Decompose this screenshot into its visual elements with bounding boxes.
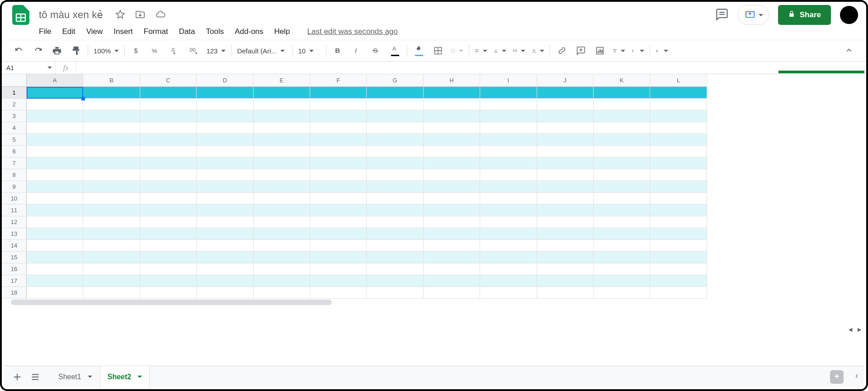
cell[interactable]: [367, 287, 423, 299]
cell[interactable]: [650, 122, 707, 134]
cell[interactable]: [537, 263, 594, 275]
cell[interactable]: [140, 287, 197, 299]
cell[interactable]: [594, 146, 650, 157]
cell[interactable]: [27, 169, 83, 181]
sheets-logo-icon[interactable]: [10, 4, 32, 26]
all-sheets-button[interactable]: [26, 368, 44, 386]
cell[interactable]: [140, 146, 197, 157]
cell[interactable]: [367, 275, 423, 287]
cell[interactable]: [140, 263, 197, 275]
cell[interactable]: [83, 146, 140, 157]
cell[interactable]: [197, 157, 253, 169]
cell[interactable]: [310, 228, 367, 240]
cell[interactable]: [650, 134, 707, 146]
menu-file[interactable]: File: [39, 27, 51, 36]
print-button[interactable]: [51, 44, 63, 57]
cell[interactable]: [424, 252, 480, 263]
format-currency-button[interactable]: $: [130, 44, 143, 57]
cell[interactable]: [480, 169, 537, 181]
cell[interactable]: [367, 205, 423, 216]
column-header[interactable]: L: [650, 74, 707, 87]
cell[interactable]: [83, 205, 140, 216]
cell[interactable]: [537, 252, 594, 263]
cell[interactable]: [197, 287, 253, 299]
cell[interactable]: [367, 134, 423, 146]
cell[interactable]: [594, 263, 650, 275]
cell[interactable]: [594, 181, 650, 193]
cell[interactable]: [254, 146, 310, 157]
cell[interactable]: [83, 216, 140, 228]
cell[interactable]: [480, 287, 537, 299]
column-header[interactable]: B: [83, 74, 140, 87]
cell[interactable]: [424, 181, 480, 193]
cell[interactable]: [254, 181, 310, 193]
cell[interactable]: [197, 181, 253, 193]
cell[interactable]: [367, 216, 423, 228]
comments-icon[interactable]: [716, 8, 728, 22]
cell[interactable]: [83, 157, 140, 169]
cell[interactable]: [310, 157, 367, 169]
cell[interactable]: [594, 134, 650, 146]
cell[interactable]: [480, 252, 537, 263]
cell[interactable]: [83, 181, 140, 193]
cell[interactable]: [310, 252, 367, 263]
cell[interactable]: [594, 122, 650, 134]
input-tools-button[interactable]: ê: [656, 44, 668, 57]
row-header[interactable]: 5: [2, 134, 27, 146]
cell[interactable]: [254, 193, 310, 205]
cell[interactable]: [480, 122, 537, 134]
cell[interactable]: [650, 287, 707, 299]
cell[interactable]: [140, 193, 197, 205]
cell[interactable]: [83, 193, 140, 205]
cell[interactable]: [367, 252, 423, 263]
cell[interactable]: [140, 275, 197, 287]
cell[interactable]: [140, 157, 197, 169]
row-header[interactable]: 7: [2, 157, 27, 169]
cell[interactable]: [650, 87, 707, 99]
cell[interactable]: [83, 252, 140, 263]
borders-button[interactable]: [432, 44, 444, 57]
cell[interactable]: [480, 275, 537, 287]
text-wrap-button[interactable]: [513, 44, 525, 57]
cell[interactable]: [197, 263, 253, 275]
last-edit-link[interactable]: Last edit was seconds ago: [307, 27, 398, 36]
cell[interactable]: [424, 122, 480, 134]
scroll-right-icon[interactable]: ►: [856, 326, 863, 333]
cell[interactable]: [594, 240, 650, 252]
scroll-left-icon[interactable]: ◄: [847, 326, 854, 333]
document-title[interactable]: tô màu xen kẻ: [39, 9, 104, 21]
cell[interactable]: [27, 205, 83, 216]
cell[interactable]: [310, 99, 367, 110]
column-header[interactable]: E: [254, 74, 310, 87]
cell[interactable]: [83, 99, 140, 110]
cell[interactable]: [27, 240, 83, 252]
menu-addons[interactable]: Add-ons: [235, 27, 263, 36]
cell[interactable]: [424, 228, 480, 240]
cell[interactable]: [367, 146, 423, 157]
insert-comment-button[interactable]: [575, 44, 587, 57]
row-header[interactable]: 1: [2, 87, 27, 99]
cell[interactable]: [254, 216, 310, 228]
collapse-toolbar-button[interactable]: [843, 44, 855, 57]
cell[interactable]: [650, 181, 707, 193]
bold-button[interactable]: B: [332, 44, 344, 57]
formula-input[interactable]: [76, 62, 866, 74]
cell[interactable]: [310, 240, 367, 252]
cell[interactable]: [197, 275, 253, 287]
row-header[interactable]: 16: [2, 263, 27, 275]
cell[interactable]: [480, 240, 537, 252]
account-avatar[interactable]: [840, 6, 858, 24]
row-header[interactable]: 18: [2, 287, 27, 299]
text-color-button[interactable]: A: [389, 44, 401, 57]
row-header[interactable]: 13: [2, 228, 27, 240]
cell[interactable]: [650, 216, 707, 228]
cell[interactable]: [197, 122, 253, 134]
cell[interactable]: [480, 146, 537, 157]
column-header[interactable]: I: [480, 74, 537, 87]
cell[interactable]: [27, 87, 83, 99]
row-header[interactable]: 11: [2, 205, 27, 216]
italic-button[interactable]: I: [351, 44, 363, 57]
cell[interactable]: [480, 110, 537, 122]
cell[interactable]: [480, 193, 537, 205]
cell[interactable]: [650, 275, 707, 287]
